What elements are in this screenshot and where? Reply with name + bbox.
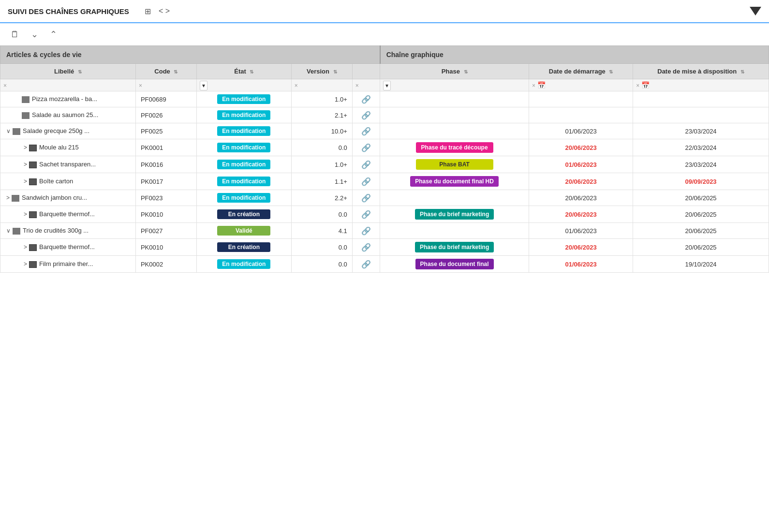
clear-version-icon-filter[interactable]: × bbox=[355, 82, 359, 89]
date-start-value: 01/06/2023 bbox=[565, 261, 597, 268]
cell-link-icon: 🔗 bbox=[352, 156, 380, 173]
expand-all-btn[interactable]: ⌃ bbox=[47, 28, 60, 41]
version-sort-icon[interactable]: ⇅ bbox=[333, 69, 337, 74]
cell-link-icon: 🔗 bbox=[352, 139, 380, 156]
nav-prev-btn[interactable]: < > bbox=[155, 5, 174, 17]
libelle-text: Sachet transparen... bbox=[39, 161, 96, 168]
link-icon[interactable]: 🔗 bbox=[361, 177, 371, 186]
expand-btn[interactable]: > bbox=[22, 244, 29, 251]
link-icon[interactable]: 🔗 bbox=[361, 161, 371, 169]
clear-date-start-filter[interactable]: × bbox=[532, 82, 535, 89]
main-table-container: Articles & cycles de vie Chaîne graphiqu… bbox=[0, 45, 769, 273]
phase-badge: Phase du brief marketing bbox=[415, 209, 494, 220]
article-icon bbox=[12, 195, 19, 202]
cell-date-demarrage: 01/06/2023 bbox=[529, 223, 633, 239]
link-icon[interactable]: 🔗 bbox=[361, 127, 371, 135]
etat-filter-dropdown[interactable]: ▾ bbox=[200, 81, 207, 90]
top-header: SUIVI DES CHAÎNES GRAPHIQUES ⊞ < > bbox=[0, 0, 769, 23]
cell-etat: En création bbox=[196, 239, 291, 256]
link-icon[interactable]: 🔗 bbox=[361, 210, 371, 219]
date-start-sort-icon[interactable]: ⇅ bbox=[609, 69, 613, 74]
phase-filter-dropdown[interactable]: ▾ bbox=[383, 81, 391, 90]
package-icon bbox=[29, 145, 37, 151]
date-dispo-value: 22/03/2024 bbox=[685, 144, 717, 151]
phase-sort-icon[interactable]: ⇅ bbox=[464, 69, 468, 74]
expand-btn[interactable]: > bbox=[4, 194, 12, 201]
cell-date-demarrage bbox=[529, 91, 633, 107]
filter-etat: ▾ bbox=[196, 79, 291, 91]
cell-version: 1.0+ bbox=[291, 156, 352, 173]
libelle-text: Trio de crudités 300g ... bbox=[23, 227, 89, 234]
expand-btn[interactable]: > bbox=[22, 144, 29, 151]
table-row: >Boîte cartonPK0017En modification1.1+🔗P… bbox=[0, 173, 769, 190]
collapse-all-btn[interactable]: ⌄ bbox=[28, 28, 41, 41]
clear-date-dispo-filter[interactable]: × bbox=[636, 82, 639, 89]
code-text: PF0027 bbox=[141, 227, 163, 235]
cell-date-dispo bbox=[633, 91, 769, 107]
col-phase-header: Phase ⇅ bbox=[380, 64, 529, 79]
cell-etat: En modification bbox=[196, 123, 291, 139]
cell-version: 0.0 bbox=[291, 256, 352, 273]
link-icon[interactable]: 🔗 bbox=[361, 111, 371, 119]
link-icon[interactable]: 🔗 bbox=[361, 144, 371, 152]
date-dispo-calendar-icon[interactable]: 📅 bbox=[641, 81, 650, 89]
cell-etat: En modification bbox=[196, 256, 291, 273]
cell-date-dispo bbox=[633, 107, 769, 123]
clear-version-filter[interactable]: × bbox=[295, 82, 298, 89]
clear-code-filter[interactable]: × bbox=[139, 82, 142, 89]
version-text: 1.0+ bbox=[335, 161, 347, 168]
cell-libelle: >Moule alu 215 bbox=[0, 139, 136, 156]
link-icon[interactable]: 🔗 bbox=[361, 95, 371, 103]
expand-icon-btn[interactable]: ⊞ bbox=[141, 5, 155, 18]
main-table: Articles & cycles de vie Chaîne graphiqu… bbox=[0, 45, 769, 273]
link-icon[interactable]: 🔗 bbox=[361, 194, 371, 202]
code-text: PK0010 bbox=[141, 244, 163, 251]
link-icon[interactable]: 🔗 bbox=[361, 243, 371, 251]
expand-btn[interactable]: > bbox=[22, 211, 29, 218]
code-text: PK0001 bbox=[141, 144, 163, 151]
col-etat-header: État ⇅ bbox=[196, 64, 291, 79]
cell-phase: Phase du document final HD bbox=[380, 173, 529, 190]
collapse-btn[interactable]: ∨ bbox=[4, 227, 13, 234]
cell-phase: Phase du document final bbox=[380, 256, 529, 273]
cell-link-icon: 🔗 bbox=[352, 173, 380, 190]
table-row: >Film primaire ther...PK0002En modificat… bbox=[0, 256, 769, 273]
status-badge: En création bbox=[217, 242, 270, 252]
filter-libelle: × bbox=[0, 79, 136, 91]
version-text: 0.0 bbox=[339, 244, 347, 251]
cell-code: PF0027 bbox=[135, 223, 196, 239]
date-dispo-sort-icon[interactable]: ⇅ bbox=[740, 69, 744, 74]
cell-etat: En modification bbox=[196, 190, 291, 206]
cell-date-demarrage: 20/06/2023 bbox=[529, 190, 633, 206]
cell-code: PF0025 bbox=[135, 123, 196, 139]
article-icon bbox=[13, 228, 20, 235]
code-text: PF00689 bbox=[141, 96, 166, 103]
version-text: 2.2+ bbox=[335, 194, 347, 202]
expand-btn[interactable]: > bbox=[22, 178, 29, 185]
cell-libelle: >Sachet transparen... bbox=[0, 156, 136, 173]
etat-sort-icon[interactable]: ⇅ bbox=[250, 69, 253, 74]
cell-date-dispo: 09/09/2023 bbox=[633, 173, 769, 190]
libelle-text: Salade au saumon 25... bbox=[32, 111, 98, 118]
cell-date-demarrage: 20/06/2023 bbox=[529, 139, 633, 156]
code-text: PK0002 bbox=[141, 261, 163, 268]
cell-phase bbox=[380, 223, 529, 239]
code-sort-icon[interactable]: ⇅ bbox=[174, 69, 177, 74]
table-icon-btn[interactable]: 🗒 bbox=[8, 29, 22, 41]
date-dispo-value: 23/03/2024 bbox=[685, 128, 717, 135]
libelle-sort-icon[interactable]: ⇅ bbox=[78, 69, 82, 74]
table-row: >Barquette thermof...PK0010En création0.… bbox=[0, 206, 769, 223]
cell-code: PF00689 bbox=[135, 91, 196, 107]
date-start-calendar-icon[interactable]: 📅 bbox=[537, 81, 546, 89]
link-icon[interactable]: 🔗 bbox=[361, 260, 371, 268]
cell-libelle: >Sandwich jambon cru... bbox=[0, 190, 136, 206]
cell-etat: En modification bbox=[196, 91, 291, 107]
link-icon[interactable]: 🔗 bbox=[361, 227, 371, 235]
expand-btn[interactable]: > bbox=[22, 161, 29, 168]
table-row: >Barquette thermof...PK0010En création0.… bbox=[0, 239, 769, 256]
cell-version: 1.1+ bbox=[291, 173, 352, 190]
code-text: PF0026 bbox=[141, 112, 163, 119]
clear-libelle-filter[interactable]: × bbox=[3, 82, 7, 89]
collapse-btn[interactable]: ∨ bbox=[4, 128, 13, 134]
expand-btn[interactable]: > bbox=[22, 261, 29, 267]
